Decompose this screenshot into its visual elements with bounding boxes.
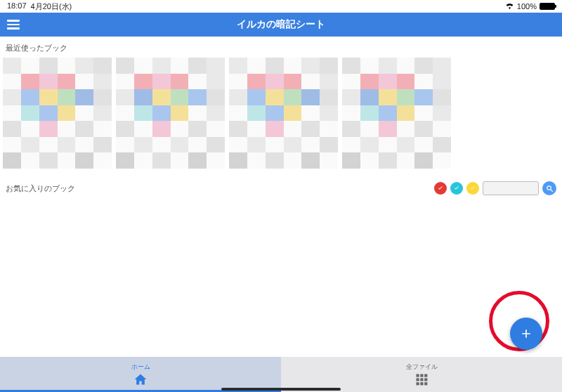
svg-rect-7 xyxy=(424,378,427,381)
svg-line-1 xyxy=(550,189,552,191)
svg-rect-9 xyxy=(420,382,423,385)
favorites-label: お気に入りのブック xyxy=(6,183,75,194)
svg-rect-3 xyxy=(420,374,423,377)
tab-home[interactable]: ホーム xyxy=(0,357,281,392)
battery-icon xyxy=(540,3,555,10)
tab-home-label: ホーム xyxy=(131,362,150,372)
search-button[interactable] xyxy=(542,181,556,195)
navigation-bar: イルカの暗記シート xyxy=(0,13,562,37)
recent-book-item[interactable] xyxy=(116,58,225,169)
filter-cyan-button[interactable] xyxy=(450,182,463,195)
recent-books-label: 最近使ったブック xyxy=(0,37,562,58)
recent-book-item[interactable] xyxy=(342,58,451,169)
menu-button[interactable] xyxy=(7,18,21,32)
svg-rect-4 xyxy=(424,374,427,377)
status-bar: 18:07 4月20日(水) 100% xyxy=(0,0,562,13)
status-time: 18:07 xyxy=(7,1,27,12)
home-icon xyxy=(133,372,148,386)
add-button[interactable] xyxy=(510,318,542,350)
page-title: イルカの暗記シート xyxy=(237,18,325,31)
wifi-icon xyxy=(505,2,514,11)
recent-books-row xyxy=(0,58,562,169)
battery-percent: 100% xyxy=(517,2,537,11)
filter-yellow-button[interactable] xyxy=(466,182,479,195)
svg-rect-2 xyxy=(417,374,419,377)
tab-bar: ホーム 全ファイル xyxy=(0,357,562,392)
svg-rect-10 xyxy=(424,382,427,385)
filter-red-button[interactable] xyxy=(434,182,447,195)
recent-book-item[interactable] xyxy=(3,58,112,169)
home-indicator xyxy=(221,388,341,391)
status-date: 4月20日(水) xyxy=(31,1,72,12)
recent-book-item[interactable] xyxy=(229,58,338,169)
favorites-header: お気に入りのブック xyxy=(0,169,562,195)
grid-icon xyxy=(414,372,429,386)
main-content: 最近使ったブック xyxy=(0,37,562,357)
search-input[interactable] xyxy=(483,181,539,195)
svg-rect-5 xyxy=(417,378,419,381)
svg-rect-8 xyxy=(417,382,419,385)
svg-rect-6 xyxy=(420,378,423,381)
tab-all-files[interactable]: 全ファイル xyxy=(281,357,562,392)
tab-files-label: 全ファイル xyxy=(406,362,438,372)
